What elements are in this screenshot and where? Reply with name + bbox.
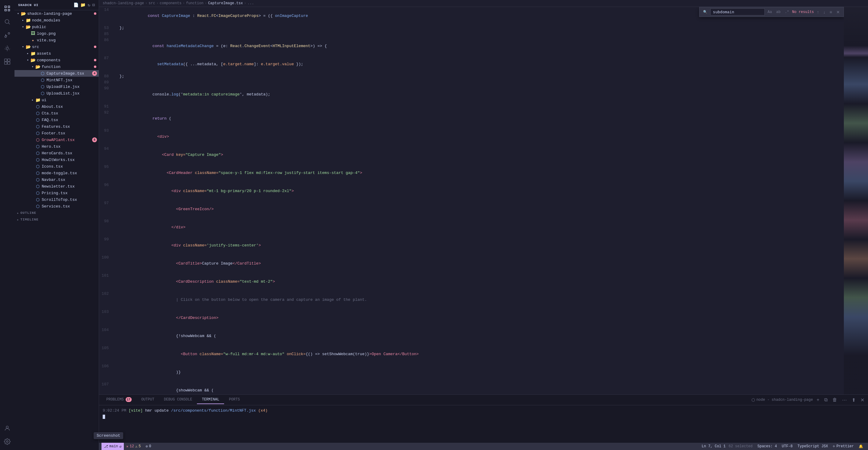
chevron-right-icon: ▸ — [21, 18, 25, 23]
status-bar: ⎇ main ↺ ✕ 12 ⚠ 5 ⊘ 0 Ln 7, Col 1 62 sel… — [99, 443, 868, 450]
problems-label: PROBLEMS — [106, 397, 124, 402]
language-status[interactable]: TypeScript JSX — [795, 443, 831, 450]
sidebar-item-src[interactable]: ▾ 📂 src — [14, 43, 99, 50]
refresh-icon[interactable]: ↻ — [88, 2, 90, 7]
find-input[interactable] — [710, 8, 765, 15]
modified-dot — [94, 59, 96, 61]
sidebar-item-root[interactable]: ▾ 📂 shadcn-landing-page — [14, 10, 99, 17]
new-file-icon[interactable]: 📄 — [73, 2, 79, 7]
folder-icon: 📁 — [25, 18, 31, 23]
sidebar-item-cta[interactable]: ⬡ Cta.tsx — [14, 110, 99, 117]
sidebar-item-about[interactable]: ⬡ About.tsx — [14, 103, 99, 110]
split-terminal-button[interactable]: ⧉ — [823, 396, 829, 403]
sidebar-item-grow-a-plant[interactable]: ⬡ GrowAPlant.tsx 8 — [14, 136, 99, 143]
sidebar-item-navbar[interactable]: ⬡ Navbar.tsx — [14, 176, 99, 183]
panel-tabs: PROBLEMS 17 OUTPUT DEBUG CONSOLE TERMINA… — [99, 395, 868, 405]
sync-icon: ↺ — [119, 444, 121, 449]
prettier-icon: ⟡ — [833, 444, 835, 449]
explorer-icon[interactable] — [1, 2, 13, 14]
debug-icon[interactable] — [1, 42, 13, 54]
code-line: 105 <Button className="w-full md:mr-4 md… — [99, 345, 844, 363]
notification-status[interactable]: 🔔 — [856, 443, 866, 450]
chevron-down-icon: ▾ — [21, 25, 25, 29]
match-word-icon[interactable]: ab — [775, 9, 782, 15]
tab-output[interactable]: OUTPUT — [136, 396, 159, 404]
maximize-panel-button[interactable]: ⬆ — [850, 396, 857, 404]
sidebar-item-icons[interactable]: ⬡ Icons.tsx — [14, 163, 99, 170]
add-terminal-button[interactable]: + — [815, 396, 820, 403]
use-regex-icon[interactable]: .* — [783, 9, 790, 15]
sidebar-item-assets[interactable]: ▸ 📁 assets — [14, 50, 99, 57]
sidebar-item-services[interactable]: ⬡ Services.tsx — [14, 203, 99, 210]
code-content[interactable]: 14 const CaptureImage : React.FC<ImageCa… — [99, 7, 844, 394]
encoding-status[interactable]: UTF-8 — [779, 443, 795, 450]
more-actions-button[interactable]: ⋯ — [841, 396, 848, 404]
code-line: 102 | Click on the button below to open … — [99, 291, 844, 309]
svg-point-0 — [5, 20, 9, 24]
timeline-section[interactable]: ▸ TIMELINE — [14, 216, 99, 223]
sidebar-item-scroll-to-top[interactable]: ⬡ ScrollToTop.tsx — [14, 196, 99, 203]
trash-terminal-button[interactable]: 🗑 — [831, 396, 838, 403]
sidebar-item-capture-image[interactable]: ⬡ CaptureImage.tsx 4 — [14, 70, 99, 77]
outline-section[interactable]: ▸ OUTLINE — [14, 210, 99, 216]
tab-debug-console[interactable]: DEBUG CONSOLE — [159, 396, 197, 404]
close-panel-button[interactable]: ✕ — [859, 396, 866, 404]
cursor-position-status[interactable]: Ln 7, Col 1 62 selected — [699, 443, 755, 450]
no-folder-status[interactable]: ⊘ 0 — [143, 443, 153, 450]
folder-function-icon: 📂 — [35, 64, 40, 69]
tsx-file-icon: ⬡ — [35, 197, 40, 202]
match-case-icon[interactable]: Aa — [767, 9, 773, 15]
settings-icon[interactable] — [1, 436, 13, 448]
search-icon[interactable] — [1, 16, 13, 28]
extensions-icon[interactable] — [1, 56, 13, 68]
sidebar-item-mode-toggle[interactable]: ⬡ mode-toggle.tsx — [14, 170, 99, 176]
sidebar-item-hero-cards[interactable]: ⬡ HeroCards.tsx — [14, 150, 99, 156]
find-previous-button[interactable]: ↑ — [816, 9, 820, 15]
code-line: 53 }; — [99, 25, 844, 31]
tab-problems[interactable]: PROBLEMS 17 — [101, 395, 136, 405]
output-label: OUTPUT — [141, 397, 154, 402]
sidebar-item-ui[interactable]: ▸ 📁 ui — [14, 97, 99, 103]
tab-terminal[interactable]: TERMINAL — [197, 396, 224, 404]
sidebar-item-components[interactable]: ▾ 📂 components — [14, 57, 99, 63]
code-line: 85 — [99, 31, 844, 37]
sidebar-item-pricing[interactable]: ⬡ Pricing.tsx — [14, 190, 99, 196]
sidebar-item-node-modules[interactable]: ▸ 📁 node_modules — [14, 17, 99, 24]
errors-status[interactable]: ✕ 12 ⚠ 5 — [124, 443, 143, 450]
sidebar-item-function[interactable]: ▾ 📂 function — [14, 63, 99, 70]
sidebar-item-features[interactable]: ⬡ Features.tsx — [14, 123, 99, 130]
chevron-right-icon: ▸ — [17, 211, 19, 215]
tsx-file-icon: ⬡ — [35, 151, 40, 156]
account-icon[interactable] — [1, 422, 13, 434]
sidebar-item-logo-png[interactable]: 🖼 logo.png — [14, 30, 99, 37]
new-folder-icon[interactable]: 📁 — [80, 2, 86, 7]
spaces-status[interactable]: Spaces: 4 — [755, 443, 779, 450]
terminal-content[interactable]: 9:02:24 PM [vite] hmr update /src/compon… — [99, 405, 868, 443]
sidebar-item-upload-file[interactable]: ⬡ UploadFile.jsx — [14, 83, 99, 90]
code-line: 90 console.log('metadata:in captureimage… — [99, 86, 844, 104]
tab-ports[interactable]: PORTS — [224, 396, 245, 404]
sidebar-item-faq[interactable]: ⬡ FAQ.tsx — [14, 117, 99, 123]
chevron-down-icon: ▾ — [16, 11, 21, 16]
prettier-status[interactable]: ⟡ Prettier — [830, 443, 856, 450]
collapse-icon[interactable]: ⊟ — [92, 2, 95, 7]
close-find-button[interactable]: ✕ — [835, 9, 841, 15]
tsx-file-icon: ⬡ — [35, 203, 40, 209]
source-control-icon[interactable] — [1, 29, 13, 41]
sidebar-item-mint-nft[interactable]: ⬡ MintNFT.jsx — [14, 77, 99, 83]
panel-actions: ⬡ node - shadcn-landing-page + ⧉ 🗑 ⋯ ⬆ ✕ — [751, 396, 866, 404]
sidebar-item-newsletter[interactable]: ⬡ Newsletter.tsx — [14, 183, 99, 190]
sidebar-item-footer[interactable]: ⬡ Footer.tsx — [14, 130, 99, 136]
error-badge: 8 — [92, 137, 97, 142]
chevron-down-icon: ▾ — [25, 58, 30, 63]
sidebar-item-hero[interactable]: ⬡ Hero.tsx — [14, 143, 99, 150]
find-next-button[interactable]: ↓ — [822, 9, 827, 15]
info-icon: ⊘ — [146, 444, 148, 449]
svg-file-icon: ✦ — [30, 37, 36, 43]
sidebar-item-vite-svg[interactable]: ✦ vite.svg — [14, 37, 99, 43]
branch-status[interactable]: ⎇ main ↺ — [101, 443, 124, 450]
toggle-replace-button[interactable]: ≡ — [829, 9, 833, 15]
sidebar-item-how-it-works[interactable]: ⬡ HowItWorks.tsx — [14, 156, 99, 163]
sidebar-item-public[interactable]: ▾ 📂 public — [14, 24, 99, 30]
sidebar-item-upload-list[interactable]: ⬡ UploadList.jsx — [14, 90, 99, 97]
